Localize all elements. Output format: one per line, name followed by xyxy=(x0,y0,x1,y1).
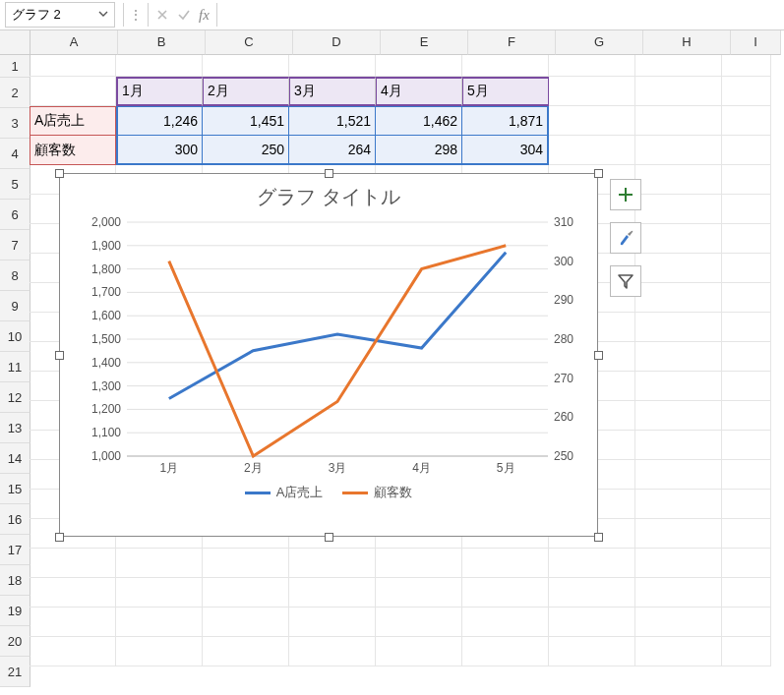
row-header[interactable]: 10 xyxy=(0,321,30,352)
cell[interactable] xyxy=(116,549,203,578)
cell[interactable] xyxy=(635,77,722,106)
cell[interactable] xyxy=(549,637,635,666)
cell[interactable] xyxy=(635,401,722,431)
cell[interactable] xyxy=(203,637,289,666)
cell[interactable] xyxy=(635,460,722,490)
chart-plot-area[interactable]: 1,0001,1001,2001,3001,4001,5001,6001,700… xyxy=(70,216,589,478)
cell[interactable] xyxy=(462,608,549,637)
cell[interactable]: 3月 xyxy=(289,77,376,106)
row-header[interactable]: 12 xyxy=(0,382,30,413)
cell[interactable]: 1,521 xyxy=(289,106,376,136)
cell[interactable] xyxy=(635,637,722,666)
selection-handle[interactable] xyxy=(594,351,603,360)
cell[interactable] xyxy=(30,578,116,608)
chart-elements-button[interactable] xyxy=(610,179,641,210)
check-icon[interactable] xyxy=(173,8,195,22)
cell[interactable] xyxy=(549,106,635,136)
more-icon[interactable]: ⋮ xyxy=(127,7,145,23)
cell[interactable] xyxy=(289,578,376,608)
chart-filters-button[interactable] xyxy=(610,265,641,297)
cell[interactable] xyxy=(116,637,203,666)
cell[interactable] xyxy=(722,195,771,224)
row-header[interactable]: 6 xyxy=(0,200,30,230)
cell[interactable] xyxy=(462,637,549,666)
row-header[interactable]: 3 xyxy=(0,108,30,139)
row-header[interactable]: 19 xyxy=(0,596,30,626)
cell[interactable] xyxy=(722,254,771,283)
legend-item-sales[interactable]: A店売上 xyxy=(245,484,324,501)
cell[interactable] xyxy=(549,608,635,637)
cell[interactable] xyxy=(549,578,635,608)
fx-icon[interactable]: fx xyxy=(195,7,213,24)
cell[interactable] xyxy=(376,608,462,637)
cell[interactable] xyxy=(116,608,203,637)
selection-handle[interactable] xyxy=(55,351,64,360)
cell[interactable] xyxy=(635,431,722,460)
row-header[interactable]: 8 xyxy=(0,261,30,291)
cell[interactable] xyxy=(722,224,771,254)
chart-styles-button[interactable] xyxy=(610,222,641,254)
cell[interactable] xyxy=(722,136,771,165)
cell[interactable] xyxy=(30,549,116,578)
cell[interactable]: 300 xyxy=(116,136,203,165)
selection-handle[interactable] xyxy=(55,169,64,178)
cell[interactable] xyxy=(722,313,771,342)
cell[interactable] xyxy=(30,637,116,666)
cell[interactable] xyxy=(722,165,771,195)
cell[interactable] xyxy=(549,55,635,77)
cell[interactable] xyxy=(289,608,376,637)
cell[interactable] xyxy=(635,608,722,637)
selection-handle[interactable] xyxy=(325,169,333,178)
cell[interactable] xyxy=(635,372,722,401)
cell[interactable] xyxy=(635,195,722,224)
row-header[interactable]: 5 xyxy=(0,169,30,200)
cell[interactable] xyxy=(376,637,462,666)
row-header[interactable]: 17 xyxy=(0,535,30,565)
cell[interactable] xyxy=(722,637,771,666)
cell[interactable] xyxy=(722,106,771,136)
cell[interactable] xyxy=(635,136,722,165)
cell[interactable] xyxy=(116,55,203,77)
cell[interactable] xyxy=(722,519,771,549)
chart-series-line[interactable] xyxy=(169,246,506,456)
cell[interactable] xyxy=(635,342,722,372)
cell[interactable] xyxy=(376,578,462,608)
cell[interactable] xyxy=(722,372,771,401)
cell[interactable] xyxy=(462,549,549,578)
chart-title[interactable]: グラフ タイトル xyxy=(60,174,597,216)
cell[interactable]: 1,246 xyxy=(116,106,203,136)
cell[interactable] xyxy=(289,637,376,666)
cell[interactable] xyxy=(203,578,289,608)
cell[interactable] xyxy=(635,578,722,608)
row-header[interactable]: 15 xyxy=(0,474,30,504)
column-header[interactable]: D xyxy=(293,30,381,55)
column-header[interactable]: C xyxy=(206,30,293,55)
cell[interactable] xyxy=(722,55,771,77)
cancel-icon[interactable] xyxy=(151,8,173,22)
cell[interactable]: 1,871 xyxy=(462,106,549,136)
row-header[interactable]: 20 xyxy=(0,626,30,657)
cell[interactable] xyxy=(376,549,462,578)
row-header[interactable]: 16 xyxy=(0,504,30,535)
cell[interactable] xyxy=(549,549,635,578)
select-all-corner[interactable] xyxy=(0,30,30,55)
cell[interactable] xyxy=(635,313,722,342)
cell[interactable] xyxy=(203,55,289,77)
cell[interactable] xyxy=(722,431,771,460)
cell[interactable] xyxy=(635,549,722,578)
selection-handle[interactable] xyxy=(594,533,603,542)
cell[interactable]: 250 xyxy=(203,136,289,165)
cell[interactable] xyxy=(376,55,462,77)
cell[interactable] xyxy=(635,519,722,549)
cell[interactable]: 顧客数 xyxy=(30,136,116,165)
selection-handle[interactable] xyxy=(55,533,64,542)
cell[interactable] xyxy=(30,608,116,637)
selection-handle[interactable] xyxy=(325,533,333,542)
cell[interactable] xyxy=(116,578,203,608)
chevron-down-icon[interactable] xyxy=(98,9,108,21)
cell[interactable] xyxy=(722,608,771,637)
row-header[interactable]: 2 xyxy=(0,78,30,108)
legend-item-customers[interactable]: 顧客数 xyxy=(342,484,412,501)
column-header[interactable]: I xyxy=(731,30,781,55)
cell[interactable]: A店売上 xyxy=(30,106,116,136)
